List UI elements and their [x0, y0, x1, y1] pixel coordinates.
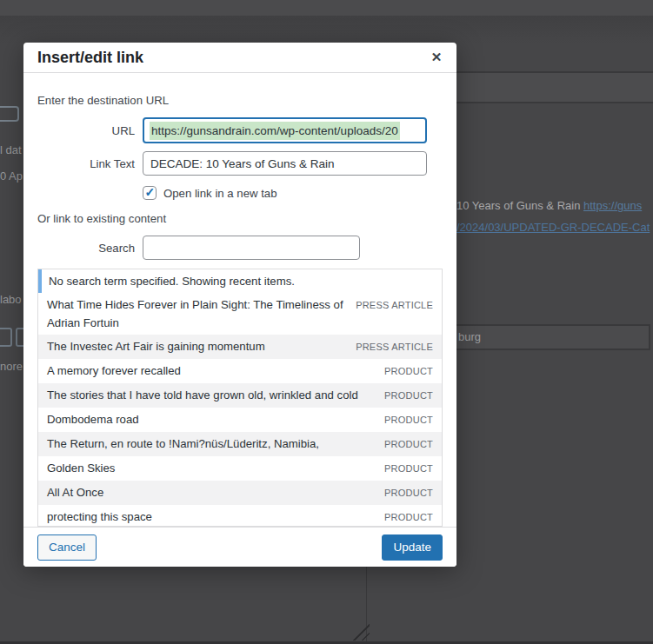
- result-type-badge: PRODUCT: [384, 362, 433, 381]
- dialog-title: Insert/edit link: [37, 49, 423, 67]
- dimmed-input-fragment: [0, 106, 19, 122]
- result-item[interactable]: The stories that I have told have grown …: [38, 383, 442, 408]
- result-title: Golden Skies: [47, 459, 384, 477]
- result-type-badge: PRODUCT: [384, 386, 433, 405]
- dimmed-link-label: 10 Years of Guns & Rain: [456, 199, 580, 212]
- dimmed-text-fragment: nore: [0, 360, 23, 373]
- dialog-footer: Cancel Update: [23, 527, 456, 567]
- dimmed-link: /2024/03/UPDATED-GR-DECADE-Cat: [456, 221, 650, 234]
- link-text-input[interactable]: [143, 151, 427, 176]
- link-text-row: Link Text: [37, 151, 443, 176]
- cancel-button[interactable]: Cancel: [37, 534, 97, 561]
- result-type-badge: PRESS ARTICLE: [356, 337, 433, 356]
- dimmed-link: https://guns: [583, 199, 642, 212]
- dimmed-row-band: [456, 73, 653, 102]
- result-title: protecting this space: [47, 508, 384, 526]
- new-tab-label: Open link in a new tab: [163, 187, 277, 200]
- result-type-badge: PRODUCT: [384, 435, 433, 454]
- url-label: URL: [37, 124, 135, 137]
- result-title: Dombodema road: [47, 410, 384, 428]
- link-text-label: Link Text: [37, 157, 135, 170]
- result-item[interactable]: The Investec Art Fair is gaining momentu…: [38, 335, 442, 359]
- existing-content-heading: Or link to existing content: [37, 212, 443, 225]
- results-list: No search term specified. Showing recent…: [37, 269, 443, 527]
- result-item[interactable]: protecting this space PRODUCT: [38, 505, 442, 527]
- close-icon[interactable]: ✕: [423, 44, 450, 70]
- result-type-badge: PRODUCT: [384, 410, 433, 429]
- dimmed-admin-bar: [0, 0, 653, 16]
- update-button[interactable]: Update: [382, 534, 443, 561]
- result-item[interactable]: What Time Hides Forever in Plain Sight: …: [38, 293, 442, 335]
- dimmed-toolbar-button: [0, 328, 12, 347]
- result-type-badge: PRODUCT: [384, 483, 433, 502]
- dimmed-text-fragment: 0 Ap: [0, 169, 23, 183]
- insert-edit-link-dialog: Insert/edit link ✕ Enter the destination…: [23, 43, 456, 567]
- result-title: The Return, en route to !Nami?nüs/Lüderi…: [47, 435, 384, 453]
- result-item[interactable]: All At Once PRODUCT: [38, 481, 442, 505]
- search-notice: No search term specified. Showing recent…: [38, 269, 442, 293]
- dimmed-text-fragment: labo: [0, 293, 22, 306]
- destination-url-heading: Enter the destination URL: [37, 94, 443, 107]
- url-selected-text: https://gunsandrain.com/wp-content/uploa…: [150, 122, 400, 140]
- result-type-badge: PRESS ARTICLE: [356, 295, 433, 315]
- result-item[interactable]: A memory forever recalled PRODUCT: [38, 359, 442, 383]
- search-input[interactable]: [143, 236, 360, 260]
- result-item[interactable]: Dombodema road PRODUCT: [38, 408, 442, 432]
- new-tab-row: Open link in a new tab: [143, 186, 443, 200]
- result-title: All At Once: [47, 483, 384, 501]
- result-title: What Time Hides Forever in Plain Sight: …: [47, 295, 356, 332]
- url-row: URL https://gunsandrain.com/wp-content/u…: [37, 117, 443, 143]
- new-tab-checkbox[interactable]: [143, 186, 157, 200]
- result-title: A memory forever recalled: [47, 362, 384, 380]
- dimmed-divider: [456, 102, 653, 103]
- dimmed-text-fragment: l dat: [0, 143, 22, 156]
- result-type-badge: PRODUCT: [384, 508, 433, 527]
- resize-grip-icon: [352, 623, 370, 641]
- dimmed-text-fragment: 10 Years of Guns & Rain https://guns: [456, 199, 642, 212]
- result-title: The stories that I have told have grown …: [47, 386, 384, 404]
- result-title: The Investec Art Fair is gaining momentu…: [47, 337, 356, 355]
- search-label: Search: [37, 242, 135, 255]
- dimmed-admin-bar-shadow: [0, 16, 653, 43]
- search-row: Search: [37, 236, 443, 260]
- url-input[interactable]: https://gunsandrain.com/wp-content/uploa…: [143, 117, 427, 143]
- dimmed-input-fragment: burg: [456, 324, 650, 350]
- dialog-body: Enter the destination URL URL https://gu…: [23, 73, 456, 527]
- result-item[interactable]: Golden Skies PRODUCT: [38, 456, 442, 481]
- result-type-badge: PRODUCT: [384, 459, 433, 478]
- result-item[interactable]: The Return, en route to !Nami?nüs/Lüderi…: [38, 432, 442, 456]
- dialog-header: Insert/edit link ✕: [23, 43, 456, 73]
